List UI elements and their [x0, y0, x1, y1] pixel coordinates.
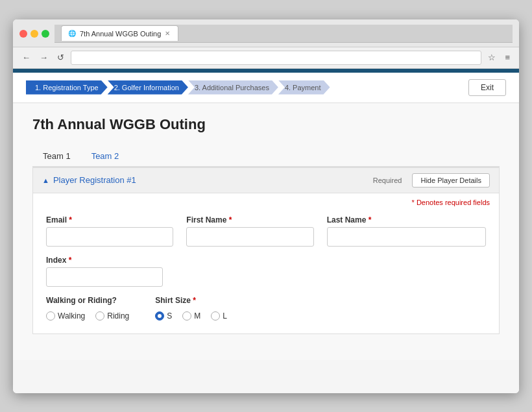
refresh-button[interactable]: ↺: [54, 51, 67, 64]
page-title: 7th Annual WGGB Outing: [32, 116, 500, 133]
radio-riding-circle: [95, 311, 104, 321]
reg-header-left: ▲ Player Registration #1: [42, 175, 136, 185]
browser-toolbar: ← → ↺ ☆ ≡: [13, 47, 519, 69]
shirt-size-label: Shirt Size *: [155, 296, 227, 305]
exit-button[interactable]: Exit: [468, 79, 506, 96]
tab-title: 7th Annual WGGB Outing: [80, 30, 161, 38]
step-payment[interactable]: 4. Payment: [278, 80, 330, 95]
index-label: Index *: [46, 256, 163, 265]
tab-bar: 🌐 7th Annual WGGB Outing ✕: [54, 25, 513, 43]
browser-window: 🌐 7th Annual WGGB Outing ✕ ← → ↺ ☆ ≡ 1. …: [13, 19, 519, 393]
form-row-1: Email * First Name *: [46, 215, 486, 247]
radio-shirt-s[interactable]: S: [155, 311, 172, 321]
step1-label: 1. Registration Type: [35, 84, 99, 91]
main-content: 7th Annual WGGB Outing Team 1 Team 2 ▲ P…: [13, 103, 519, 360]
registration-title: Player Registration #1: [53, 175, 136, 185]
form-body: Email * First Name *: [33, 209, 499, 333]
step4-label: 4. Payment: [285, 84, 321, 91]
browser-titlebar: 🌐 7th Annual WGGB Outing ✕: [13, 19, 519, 47]
traffic-lights: [19, 30, 49, 38]
email-label: Email *: [46, 215, 173, 224]
index-group: Index *: [46, 256, 163, 287]
collapse-icon[interactable]: ▲: [42, 176, 49, 184]
required-label: Required: [373, 176, 402, 184]
menu-icon[interactable]: ≡: [502, 51, 513, 64]
tab-close-icon[interactable]: ✕: [165, 30, 170, 37]
address-bar[interactable]: [71, 51, 481, 65]
lastname-field[interactable]: [327, 227, 486, 247]
radio-walking-circle: [46, 311, 55, 321]
radio-shirt-s-circle: [155, 311, 164, 321]
stepper-steps: 1. Registration Type 2. Golfer Informati…: [26, 80, 330, 95]
teams-tabs: Team 1 Team 2: [32, 146, 500, 167]
step3-label: 3. Additional Purchases: [195, 84, 269, 91]
walking-riding-group: Walking or Riding? Walking Riding: [46, 296, 129, 321]
radio-shirt-l-circle: [211, 311, 220, 321]
firstname-required-star: *: [229, 215, 232, 224]
page-content: 1. Registration Type 2. Golfer Informati…: [13, 69, 519, 393]
reg-header-right: Required Hide Player Details: [373, 173, 490, 188]
back-button[interactable]: ←: [19, 51, 33, 64]
shirt-size-options: S M L: [155, 311, 227, 321]
index-field[interactable]: [46, 267, 163, 287]
radio-walking[interactable]: Walking: [46, 311, 85, 321]
radio-shirt-l[interactable]: L: [211, 311, 227, 321]
registration-header: ▲ Player Registration #1 Required Hide P…: [33, 168, 499, 193]
walking-riding-options: Walking Riding: [46, 311, 129, 321]
required-note-text: Denotes required fields: [417, 199, 490, 206]
index-required-star: *: [69, 256, 72, 265]
radio-section: Walking or Riding? Walking Riding: [46, 296, 486, 321]
required-note: * Denotes required fields: [33, 193, 499, 209]
step-golfer-info[interactable]: 2. Golfer Information: [108, 80, 188, 95]
email-field[interactable]: [46, 227, 173, 247]
lastname-group: Last Name *: [327, 215, 486, 247]
shirt-size-group: Shirt Size * S M: [155, 296, 227, 321]
step-additional-purchases[interactable]: 3. Additional Purchases: [188, 80, 278, 95]
registration-section: ▲ Player Registration #1 Required Hide P…: [32, 167, 500, 334]
radio-riding[interactable]: Riding: [95, 311, 129, 321]
step-registration-type[interactable]: 1. Registration Type: [26, 80, 108, 95]
step2-label: 2. Golfer Information: [114, 84, 179, 91]
tab-team2[interactable]: Team 2: [81, 146, 130, 166]
email-group: Email *: [46, 215, 173, 247]
firstname-label: First Name *: [186, 215, 313, 224]
tab-team1[interactable]: Team 1: [32, 146, 81, 167]
forward-button[interactable]: →: [37, 51, 51, 64]
tab-favicon: 🌐: [68, 30, 76, 37]
lastname-label: Last Name *: [327, 215, 486, 224]
form-row-2: Index *: [46, 256, 486, 287]
firstname-field[interactable]: [186, 227, 313, 247]
minimize-button[interactable]: [30, 30, 38, 38]
firstname-group: First Name *: [186, 215, 313, 247]
hide-details-button[interactable]: Hide Player Details: [412, 173, 490, 188]
email-required-star: *: [69, 215, 72, 224]
radio-shirt-m-circle: [182, 311, 191, 321]
stepper-row: 1. Registration Type 2. Golfer Informati…: [13, 73, 519, 103]
required-star: *: [412, 199, 415, 206]
browser-tab[interactable]: 🌐 7th Annual WGGB Outing ✕: [61, 25, 178, 41]
radio-shirt-m[interactable]: M: [182, 311, 200, 321]
shirt-size-required-star: *: [193, 296, 196, 305]
bookmark-icon[interactable]: ☆: [485, 51, 498, 64]
close-button[interactable]: [19, 30, 27, 38]
lastname-required-star: *: [369, 215, 372, 224]
maximize-button[interactable]: [42, 30, 49, 38]
walking-riding-label: Walking or Riding?: [46, 296, 129, 305]
